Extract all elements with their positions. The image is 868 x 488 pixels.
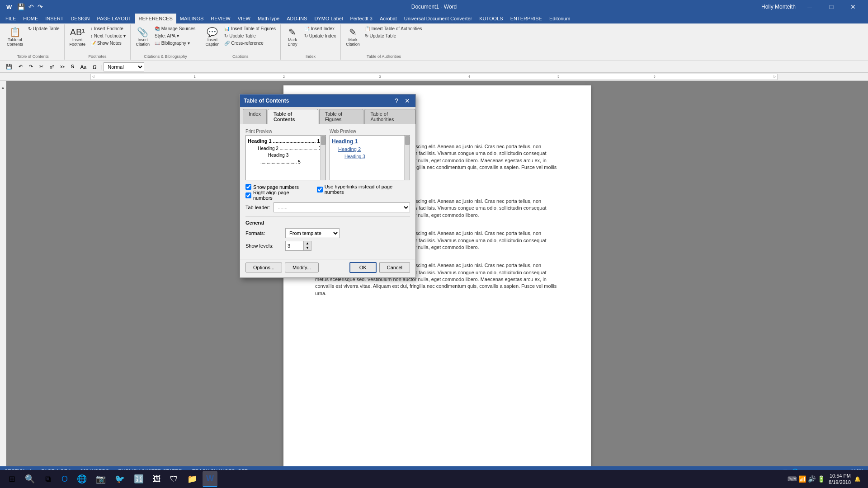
taskbar-outlook[interactable]: O [58,471,71,487]
menu-review[interactable]: REVIEW [207,14,234,23]
insert-toa-button[interactable]: 📋 Insert Table of Authorities [363,25,424,32]
taskbar-word[interactable]: W [203,471,217,487]
dialog-help-button[interactable]: ? [392,96,401,105]
web-h1[interactable]: Heading 1 [332,137,408,145]
doc-scroll-area[interactable]: Chapter 1 Getting Started Lorem ipsum do… [6,81,868,484]
insert-table-figures-button[interactable]: 📊 Insert Table of Figures [222,25,278,32]
mark-citation-icon: ✎ [349,27,357,38]
dialog-close-button[interactable]: ✕ [403,96,412,105]
levels-down[interactable]: ▼ [304,246,311,250]
format-save[interactable]: 💾 [4,63,14,70]
menu-design[interactable]: DESIGN [67,14,93,23]
mark-entry-button[interactable]: ✎ MarkEntry [283,25,302,48]
format-undo[interactable]: ↶ [16,63,25,70]
update-index-button[interactable]: ↻ Update Index [302,33,338,39]
format-redo[interactable]: ↷ [27,63,35,70]
menu-mailings[interactable]: MAILINGS [176,14,208,23]
options-button[interactable]: Options... [245,263,282,272]
right-align-checkbox[interactable] [245,192,251,198]
menu-editorium[interactable]: Editorium [546,14,574,23]
insert-index-button[interactable]: 📑 Insert Index [302,25,338,32]
taskbar-calculator[interactable]: 🔢 [130,471,147,487]
options-section: Show page numbers Right align page numbe… [245,184,410,201]
cross-reference-button[interactable]: 🔗 Cross-reference [222,40,278,47]
web-h3[interactable]: Heading 3 [332,153,408,160]
format-strikethrough[interactable]: S̶ [69,63,76,70]
formats-select[interactable]: From template Classic Distinctive Fancy … [285,228,340,238]
task-view-button[interactable]: ⧉ [40,471,56,487]
document-area: ▲ Chapter 1 Getting Started Lorem ipsum … [0,81,868,484]
next-footnote-button[interactable]: ↕ Next Footnote ▾ [89,33,127,39]
style-select-button[interactable]: Style: APA ▾ [153,33,197,39]
taskbar-action-center[interactable]: 🔔 [854,476,861,482]
modify-button[interactable]: Modify... [285,263,319,272]
start-button[interactable]: ⊞ [4,471,20,487]
taskbar-photos[interactable]: 🖼 [149,471,165,487]
taskbar-norton[interactable]: 🛡 [166,471,182,487]
menu-perfectlt[interactable]: Perfectlt 3 [346,14,376,23]
menu-udc[interactable]: Universal Document Converter [401,14,476,23]
format-subscript[interactable]: x₂ [58,63,67,70]
show-page-numbers-checkbox[interactable] [245,184,251,190]
menu-view[interactable]: VIEW [234,14,254,23]
levels-up[interactable]: ▲ [304,241,311,246]
insert-caption-button[interactable]: 💬 InsertCaption [203,25,222,48]
print-preview-scrollbar[interactable] [320,136,326,180]
format-cut[interactable]: ✂ [37,63,46,70]
format-fontsize[interactable]: Aa [78,63,89,70]
hyperlinks-label[interactable]: Use hyperlinks instead of page numbers [317,184,410,195]
dialog-tab-index[interactable]: Index [243,109,267,124]
menu-insert[interactable]: INSERT [42,14,67,23]
insert-endnote-button[interactable]: ↓ Insert Endnote [89,25,127,32]
hyperlinks-checkbox[interactable] [317,187,323,192]
taskbar-camera[interactable]: 📷 [92,471,109,487]
table-of-contents-button[interactable]: 📋 Table ofContents [5,25,25,48]
insert-citation-button[interactable]: 📎 InsertCitation [133,25,152,48]
menu-page-layout[interactable]: PAGE LAYOUT [94,14,135,23]
right-align-label[interactable]: Right align page numbers [245,190,308,201]
taskbar-chrome[interactable]: 🌐 [73,471,90,487]
show-notes-button[interactable]: 📝 Show Notes [89,40,127,47]
ok-button[interactable]: OK [349,262,377,273]
update-table-auth-button[interactable]: ↻ Update Table [363,33,424,39]
format-superscript[interactable]: x² [47,63,56,70]
close-button[interactable]: ✕ [843,0,863,14]
cancel-button[interactable]: Cancel [379,262,410,273]
menu-dymo[interactable]: DYMO Label [311,14,346,23]
quick-access-redo[interactable]: ↷ [38,3,43,10]
menu-enterprise[interactable]: ENTERPRISE [507,14,546,23]
levels-spinner: ▲ ▼ [285,241,311,251]
dialog-tab-figures[interactable]: Table of Figures [319,109,364,124]
menu-references[interactable]: REFERENCES [135,14,176,23]
insert-footnote-button[interactable]: AB¹ InsertFootnote [67,25,88,48]
dialog-tab-authorities[interactable]: Table of Authorities [364,109,415,124]
menu-acrobat[interactable]: Acrobat [376,14,401,23]
mark-citation-button[interactable]: ✎ MarkCitation [344,25,362,48]
web-preview-scrollbar[interactable] [404,136,410,180]
menu-addins[interactable]: ADD-INS [283,14,311,23]
menu-home[interactable]: HOME [19,14,42,23]
style-selector[interactable]: Normal Heading 1 Heading 2 Heading 3 [104,62,144,71]
search-button[interactable]: 🔍 [22,471,38,487]
levels-input[interactable] [285,241,303,251]
menu-kutools[interactable]: KUTOOLS [476,14,506,23]
update-table-button-toc[interactable]: ↻ Update Table [26,25,61,32]
restore-button[interactable]: □ [821,0,842,14]
menu-file[interactable]: FILE [2,14,19,23]
show-page-numbers-label[interactable]: Show page numbers [245,184,308,190]
taskbar-bird[interactable]: 🐦 [111,471,128,487]
format-symbol[interactable]: Ω [90,63,99,70]
quick-access-undo[interactable]: ↶ [28,3,34,10]
dialog-tab-toc[interactable]: Table of Contents [268,109,318,124]
tab-leader-select[interactable]: ....... (none) - - - - - ________ [274,202,410,212]
update-table-captions-button[interactable]: ↻ Update Table [222,33,278,39]
menu-mathtype[interactable]: MathType [254,14,283,23]
quick-access-save[interactable]: 💾 [17,3,25,10]
web-h2[interactable]: Heading 2 [332,145,408,153]
bibliography-button[interactable]: 📖 Bibliography ▾ [153,40,197,47]
taskbar-folder[interactable]: 📁 [184,471,201,487]
authorities-group-title: Table of Authorities [344,53,424,59]
minimize-button[interactable]: ─ [799,0,820,14]
taskbar-time[interactable]: 10:54 PM 8/19/2018 [829,473,851,486]
manage-sources-button[interactable]: 📚 Manage Sources [153,25,197,32]
